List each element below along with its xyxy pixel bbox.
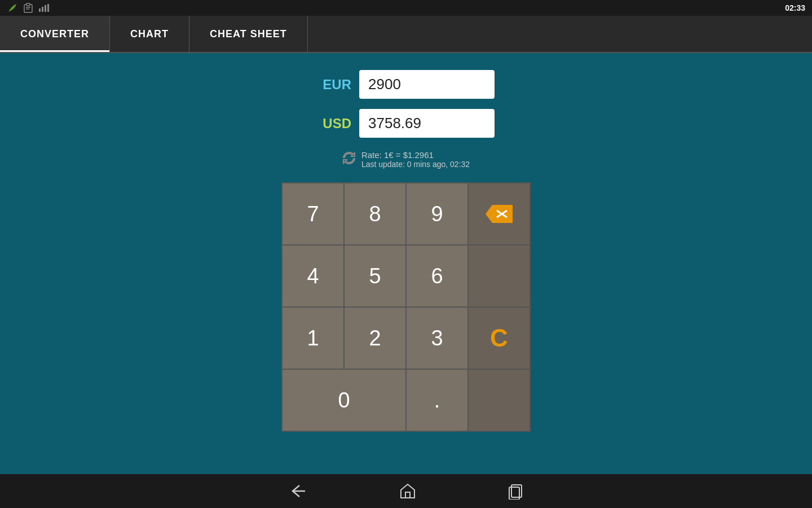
tab-cheatsheet[interactable]: CHEAT SHEET	[189, 16, 308, 52]
home-button[interactable]	[399, 482, 417, 500]
clipboard-icon	[23, 2, 34, 14]
tab-converter[interactable]: CONVERTER	[0, 16, 110, 52]
svg-rect-5	[42, 7, 43, 12]
update-line: Last update: 0 mins ago, 02:32	[361, 160, 470, 169]
rate-text: Rate: 1€ = $1.2961 Last update: 0 mins a…	[361, 150, 470, 169]
eur-input[interactable]	[359, 70, 495, 99]
tab-converter-label: CONVERTER	[20, 28, 89, 40]
svg-rect-7	[47, 4, 49, 12]
status-time: 02:33	[785, 3, 805, 12]
svg-rect-6	[45, 5, 46, 12]
key-8[interactable]: 8	[344, 183, 406, 245]
recents-icon	[507, 483, 524, 500]
recents-button[interactable]	[507, 483, 524, 500]
svg-rect-12	[405, 492, 410, 498]
key-2[interactable]: 2	[344, 307, 406, 369]
back-button[interactable]	[288, 483, 308, 499]
status-bar: 02:33	[0, 0, 812, 16]
rate-line: Rate: 1€ = $1.2961	[361, 150, 470, 160]
leaf-icon	[7, 2, 18, 14]
key-0[interactable]: 0	[282, 369, 406, 431]
back-icon	[288, 483, 308, 499]
signal-icon	[38, 2, 50, 14]
key-empty-1	[468, 245, 530, 307]
home-icon	[399, 482, 417, 500]
key-5[interactable]: 5	[344, 245, 406, 307]
tab-chart[interactable]: CHART	[110, 16, 189, 52]
tab-cheatsheet-label: CHEAT SHEET	[210, 28, 287, 40]
key-9[interactable]: 9	[406, 183, 468, 245]
numpad: 7 8 9 4 5 6 1	[281, 182, 531, 432]
usd-input[interactable]	[359, 109, 495, 138]
key-1[interactable]: 1	[282, 307, 344, 369]
eur-label: EUR	[317, 77, 351, 93]
bottom-nav	[0, 474, 812, 508]
key-clear[interactable]: C	[468, 307, 530, 369]
main-content: EUR USD Rate: 1€ = $1.2961 Last update: …	[0, 53, 812, 474]
backspace-icon	[484, 204, 514, 224]
status-icons-left	[7, 2, 50, 14]
key-3[interactable]: 3	[406, 307, 468, 369]
refresh-icon[interactable]	[342, 151, 356, 168]
key-dot[interactable]: .	[406, 369, 468, 431]
svg-rect-4	[39, 8, 41, 12]
eur-row: EUR	[317, 70, 495, 99]
usd-label: USD	[317, 116, 351, 132]
svg-rect-1	[27, 3, 30, 6]
rate-info: Rate: 1€ = $1.2961 Last update: 0 mins a…	[342, 150, 470, 169]
key-4[interactable]: 4	[282, 245, 344, 307]
key-backspace[interactable]	[468, 183, 530, 245]
tab-bar: CONVERTER CHART CHEAT SHEET	[0, 16, 812, 53]
key-6[interactable]: 6	[406, 245, 468, 307]
key-empty-2	[468, 369, 530, 431]
svg-marker-8	[486, 205, 513, 223]
usd-row: USD	[317, 109, 495, 138]
key-7[interactable]: 7	[282, 183, 344, 245]
tab-chart-label: CHART	[130, 28, 169, 40]
